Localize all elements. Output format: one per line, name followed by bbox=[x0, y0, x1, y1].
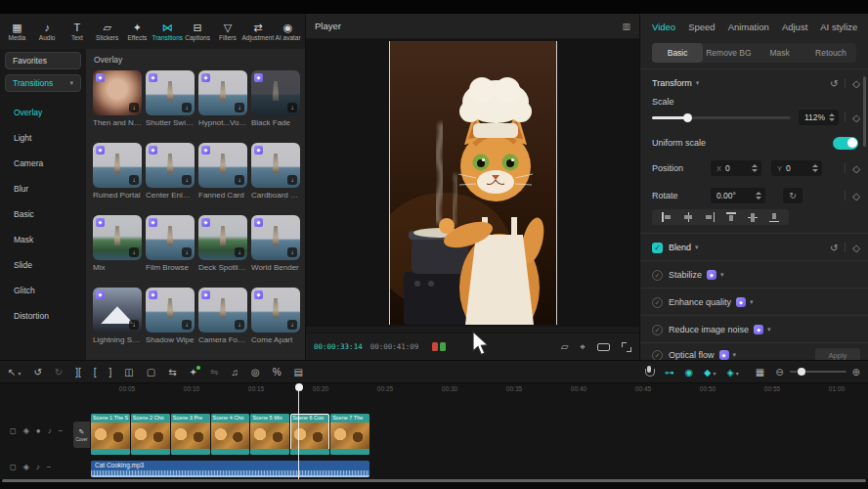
reset-icon[interactable]: ↺ bbox=[830, 243, 838, 253]
link-toggle-icon[interactable]: ⊶ bbox=[665, 367, 674, 378]
reduce-noise-checkbox[interactable]: ✓ bbox=[652, 325, 663, 335]
split-button[interactable]: ][ bbox=[75, 367, 81, 378]
select-tool-button[interactable]: ↖▾ bbox=[8, 367, 21, 378]
chevron-down-icon[interactable]: ▾ bbox=[696, 79, 700, 87]
toolbar-ai-avatar[interactable]: ◉AI avatar bbox=[273, 22, 303, 41]
toolbar-media[interactable]: ▦Media bbox=[2, 22, 32, 41]
favorites-button[interactable]: Favorites bbox=[5, 52, 81, 69]
reverse-button[interactable]: ⇆ bbox=[168, 367, 176, 378]
resolution-icon[interactable] bbox=[597, 343, 610, 351]
timeline-clip[interactable]: Scene 4 Cho bbox=[211, 414, 250, 455]
transition-card[interactable]: ◆↓Cardboard Fan bbox=[251, 143, 300, 200]
rotate-90-button[interactable]: ↻ bbox=[783, 188, 803, 203]
scale-slider[interactable] bbox=[652, 116, 791, 119]
eye-icon[interactable]: ◻ bbox=[10, 463, 17, 471]
freeze-frame-button[interactable]: ◫ bbox=[124, 367, 133, 378]
zoom-slider-knob[interactable] bbox=[798, 368, 805, 376]
keyframe-icon[interactable]: ◇ bbox=[852, 78, 860, 89]
mirror-button[interactable]: ⇋ bbox=[210, 367, 218, 378]
stabilize-checkbox[interactable]: ✓ bbox=[652, 270, 663, 281]
optical-flow-checkbox[interactable]: ✓ bbox=[652, 350, 663, 361]
zoom-in-icon[interactable]: ⊕ bbox=[852, 367, 860, 378]
category-dropdown[interactable]: Transitions▾ bbox=[5, 74, 81, 92]
droplet-icon[interactable]: ◈ bbox=[23, 463, 29, 471]
scale-stepper[interactable] bbox=[829, 113, 835, 121]
droplet-icon[interactable]: ◈ bbox=[23, 426, 29, 435]
speaker-icon[interactable]: ♪ bbox=[36, 463, 40, 471]
fullscreen-icon[interactable] bbox=[622, 342, 631, 352]
trim-left-button[interactable]: [ bbox=[94, 367, 97, 378]
mirror-preview-icon[interactable]: ▱ bbox=[561, 341, 569, 352]
toolbar-adjustment[interactable]: ⇄Adjustment bbox=[242, 22, 273, 41]
sidebar-item-distortion[interactable]: Distortion bbox=[0, 303, 86, 329]
sidebar-item-glitch[interactable]: Glitch bbox=[0, 278, 86, 303]
transition-card[interactable]: ◆↓Come Apart bbox=[251, 288, 300, 344]
sidebar-item-blur[interactable]: Blur bbox=[0, 176, 86, 201]
timeline-clip[interactable]: Scene 3 Pre bbox=[171, 414, 210, 455]
transition-card[interactable]: ◆↓Film Browse bbox=[146, 215, 195, 272]
position-x-stepper[interactable] bbox=[752, 164, 758, 172]
toolbar-captions[interactable]: ⊟Captions bbox=[183, 22, 213, 41]
record-button[interactable]: ◎ bbox=[251, 367, 260, 378]
position-y-stepper[interactable] bbox=[812, 164, 818, 172]
scale-value-field[interactable]: 112% bbox=[799, 110, 839, 125]
align-left-icon[interactable] bbox=[661, 211, 673, 223]
tab-video[interactable]: Video bbox=[652, 22, 675, 32]
toolbar-text[interactable]: TText bbox=[63, 22, 93, 41]
align-right-icon[interactable] bbox=[704, 211, 716, 223]
rotate-field[interactable]: 0.00° bbox=[711, 188, 765, 203]
keyframe-toggle-icon[interactable]: ◆▾ bbox=[704, 367, 716, 378]
sidebar-item-mask[interactable]: Mask bbox=[0, 227, 86, 252]
transition-card[interactable]: ◆↓Fanned Card bbox=[198, 143, 247, 200]
player-canvas[interactable] bbox=[306, 39, 639, 327]
transition-card[interactable]: ◆↓Mix bbox=[93, 215, 142, 272]
align-top-icon[interactable] bbox=[725, 211, 737, 223]
align-bottom-icon[interactable] bbox=[768, 211, 780, 223]
timeline-clip[interactable]: Scene 5 Mix bbox=[250, 414, 289, 455]
undo-button[interactable]: ↺ bbox=[33, 367, 41, 378]
sidebar-item-slide[interactable]: Slide bbox=[0, 252, 86, 278]
subtab-basic[interactable]: Basic bbox=[652, 43, 703, 63]
uniform-scale-toggle[interactable] bbox=[833, 137, 858, 150]
timeline-clip[interactable]: Scene 1 The S bbox=[91, 414, 130, 455]
chevron-down-icon[interactable]: ▾ bbox=[767, 326, 771, 333]
snap-toggle-icon[interactable]: ◉ bbox=[685, 367, 693, 378]
chevron-down-icon[interactable]: ▾ bbox=[720, 271, 724, 279]
toolbar-filters[interactable]: ▽Filters bbox=[213, 22, 243, 41]
microphone-icon[interactable] bbox=[644, 366, 654, 378]
subtab-retouch[interactable]: Retouch bbox=[805, 43, 856, 63]
dot-icon[interactable]: ● bbox=[36, 426, 41, 435]
audio-button[interactable]: ♫ bbox=[231, 367, 239, 378]
align-center-horizontal-icon[interactable] bbox=[682, 211, 694, 223]
reset-icon[interactable]: ↺ bbox=[830, 78, 838, 89]
horizontal-scrollbar[interactable] bbox=[2, 479, 866, 482]
eye-icon[interactable]: ◻ bbox=[10, 426, 17, 435]
redo-button[interactable]: ↻ bbox=[55, 367, 63, 378]
transition-card[interactable]: ◆↓Ruined Portal bbox=[93, 143, 142, 200]
timeline-clip-selected[interactable]: Scene 6 Coo bbox=[290, 414, 329, 455]
lock-icon[interactable]: − bbox=[47, 463, 52, 471]
chevron-down-icon[interactable]: ▾ bbox=[750, 298, 754, 306]
display-button[interactable]: ▤ bbox=[294, 367, 303, 378]
transition-card[interactable]: ◆↓Shutter Switch bbox=[146, 70, 195, 127]
transition-card[interactable]: ◆↓Deck Spotlight bbox=[198, 215, 247, 272]
chevron-down-icon[interactable]: ▾ bbox=[695, 244, 699, 251]
focus-icon[interactable]: ⌖ bbox=[580, 341, 586, 353]
playhead[interactable] bbox=[298, 383, 299, 479]
tab-adjust[interactable]: Adjust bbox=[782, 22, 807, 32]
magic-wand-button[interactable]: ✦ bbox=[190, 367, 197, 378]
blend-checkbox[interactable]: ✓ bbox=[652, 243, 663, 253]
sidebar-item-basic[interactable]: Basic bbox=[0, 201, 86, 227]
player-menu-icon[interactable]: ▥ bbox=[622, 22, 630, 31]
sidebar-item-overlay[interactable]: Overlay bbox=[0, 100, 86, 125]
rotate-stepper[interactable] bbox=[756, 192, 761, 200]
audio-clip[interactable]: Cat Cooking.mp3 bbox=[91, 461, 369, 477]
transition-card[interactable]: ◆↓Hypnot...Vortex bbox=[198, 70, 247, 127]
speaker-icon[interactable]: ♪ bbox=[48, 426, 52, 435]
enhance-quality-checkbox[interactable]: ✓ bbox=[652, 297, 663, 308]
monitor-icon[interactable]: ▦ bbox=[756, 367, 764, 378]
toolbar-effects[interactable]: ✦Effects bbox=[122, 22, 152, 41]
keyframe-icon[interactable]: ◇ bbox=[852, 163, 860, 174]
keyframe-icon[interactable]: ◇ bbox=[852, 243, 860, 253]
transition-card[interactable]: ◆↓Center Enlarge bbox=[146, 143, 195, 200]
